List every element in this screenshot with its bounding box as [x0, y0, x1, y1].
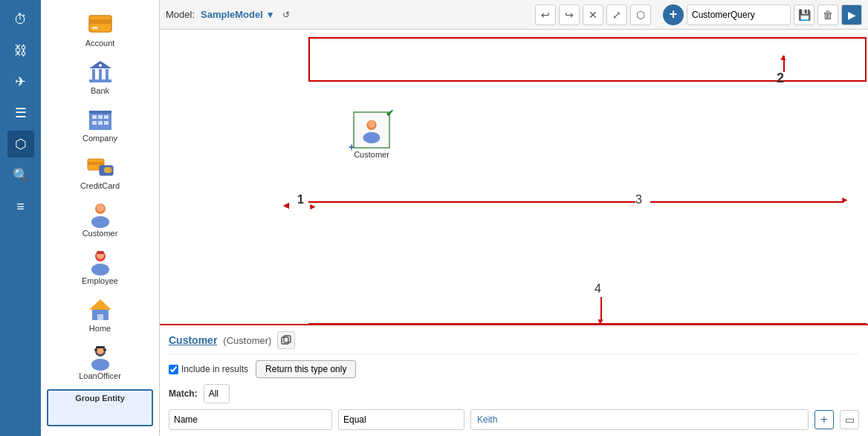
include-row: Include in results Return this type only	[169, 360, 859, 378]
home-label: Home	[89, 324, 111, 333]
entity-bank[interactable]: Bank	[44, 53, 156, 98]
hierarchy-button[interactable]: ⬡	[630, 4, 651, 25]
include-label: Include in results	[181, 364, 248, 374]
entity-employee[interactable]: Employee	[44, 244, 156, 288]
bank-icon	[85, 56, 115, 86]
account-icon	[85, 9, 115, 39]
top-toolbar: Model: SampleModel ▼ ↺ ↩ ↪ ✕ ⤢ ⬡ + Custo…	[160, 0, 868, 30]
svg-point-26	[91, 264, 109, 276]
expand-button[interactable]: ⤢	[606, 4, 627, 25]
svg-point-40	[368, 121, 375, 128]
copy-icon-button[interactable]	[277, 331, 295, 349]
filter-field-select[interactable]: Name ID Email Phone	[169, 409, 332, 430]
account-label: Account	[85, 39, 115, 48]
include-checkbox-label[interactable]: Include in results	[169, 364, 248, 374]
employee-icon	[85, 247, 115, 276]
bottom-panel-subtitle: (Customer)	[223, 335, 271, 346]
save-query-button[interactable]: 💾	[794, 4, 814, 25]
employee-label: Employee	[82, 276, 118, 285]
svg-point-23	[91, 216, 109, 228]
svg-rect-18	[88, 162, 104, 165]
entity-account[interactable]: Account	[44, 6, 156, 51]
customer-node[interactable]: ✔ + Customer	[353, 111, 390, 159]
globe-nav-icon[interactable]: ✈	[7, 68, 34, 95]
customer-node-label: Customer	[354, 150, 389, 159]
match-label: Match:	[169, 388, 198, 399]
left-navigation: ⏱ ⛓ ✈ ☰ ⬡ 🔍 ≡	[0, 0, 41, 436]
svg-point-33	[91, 359, 109, 371]
filter-delete-button[interactable]: ▭	[840, 410, 859, 429]
model-dropdown-icon[interactable]: ▼	[266, 10, 275, 20]
filter-value-input[interactable]	[470, 409, 809, 430]
graph-nav-icon[interactable]: ⛓	[7, 37, 34, 64]
entity-panel: Account Bank	[41, 0, 160, 436]
arrow-h-3-left	[308, 201, 635, 203]
return-type-button[interactable]: Return this type only	[256, 360, 356, 378]
svg-rect-35	[96, 346, 105, 348]
creditcard-icon	[85, 152, 115, 181]
svg-rect-3	[89, 79, 111, 82]
bottom-panel: Customer (Customer) Include in results	[160, 324, 868, 436]
svg-rect-15	[104, 121, 108, 125]
query-nav-icon[interactable]: ⬡	[7, 131, 34, 157]
search-nav-icon[interactable]: 🔍	[7, 162, 34, 189]
refresh-icon[interactable]: ↺	[282, 10, 290, 20]
entity-home[interactable]: Home	[44, 291, 156, 336]
delete-query-button[interactable]: 🗑	[817, 4, 838, 25]
group-entity-box: Group Entity	[47, 389, 153, 426]
undo-button[interactable]: ↩	[535, 4, 556, 25]
svg-rect-6	[106, 69, 108, 79]
creditcard-label: CreditCard	[80, 181, 120, 190]
bottom-panel-title[interactable]: Customer	[169, 334, 217, 346]
svg-rect-10	[92, 115, 97, 119]
include-checkbox[interactable]	[169, 365, 178, 374]
svg-point-21	[106, 167, 112, 173]
query-select[interactable]: CustomerQuery	[687, 4, 791, 25]
svg-rect-4	[92, 69, 95, 79]
customer-label: Customer	[82, 229, 118, 238]
home-icon	[85, 294, 115, 324]
entity-company[interactable]: Company	[44, 101, 156, 146]
add-query-button[interactable]: +	[663, 4, 684, 25]
bank-label: Bank	[91, 86, 109, 95]
clock-nav-icon[interactable]: ⏱	[7, 6, 34, 33]
svg-point-36	[94, 348, 97, 351]
company-icon	[85, 104, 115, 134]
svg-marker-29	[89, 299, 111, 310]
match-select[interactable]: All Any	[204, 384, 230, 403]
svg-rect-11	[98, 115, 103, 119]
arrow-head-up-2: ▲	[779, 52, 788, 62]
svg-point-8	[99, 64, 102, 67]
annotation-2: 2	[777, 71, 784, 86]
arrow-h-3-right	[650, 201, 843, 203]
annotation-3: 3	[635, 193, 642, 206]
match-row: Match: All Any	[169, 384, 859, 403]
svg-rect-13	[92, 121, 97, 125]
customer-node-box: ✔ +	[353, 111, 390, 149]
svg-point-24	[97, 204, 104, 212]
arrow-head-3-left: ►	[308, 201, 317, 212]
entity-loanofficer[interactable]: LoanOfficer	[44, 339, 156, 383]
group-entity-label: Group Entity	[51, 394, 149, 403]
annotation-4: 4	[595, 282, 601, 296]
bottom-panel-header: Customer (Customer)	[169, 331, 859, 354]
list-nav-icon[interactable]: ☰	[7, 100, 34, 126]
filter-operator-select[interactable]: Equal Not Equal Contains Starts With	[338, 409, 464, 430]
model-label: Model:	[166, 9, 195, 20]
entity-customer[interactable]: Customer	[44, 196, 156, 241]
redo-button[interactable]: ↪	[559, 4, 580, 25]
svg-rect-5	[99, 69, 102, 79]
svg-rect-31	[97, 314, 103, 320]
delete-button[interactable]: ✕	[583, 4, 603, 25]
customer-icon	[85, 199, 115, 229]
run-query-button[interactable]: ▶	[841, 4, 862, 25]
report-nav-icon[interactable]: ≡	[7, 193, 34, 220]
filter-row: Name ID Email Phone Equal Not Equal Cont…	[169, 409, 859, 430]
model-name[interactable]: SampleModel	[201, 9, 263, 20]
entity-creditcard[interactable]: CreditCard	[44, 149, 156, 193]
customer-node-add-icon: +	[349, 141, 354, 153]
svg-rect-2	[92, 27, 98, 29]
loanofficer-label: LoanOfficer	[79, 371, 121, 380]
loanofficer-icon	[85, 342, 115, 371]
filter-add-button[interactable]: +	[814, 410, 834, 429]
